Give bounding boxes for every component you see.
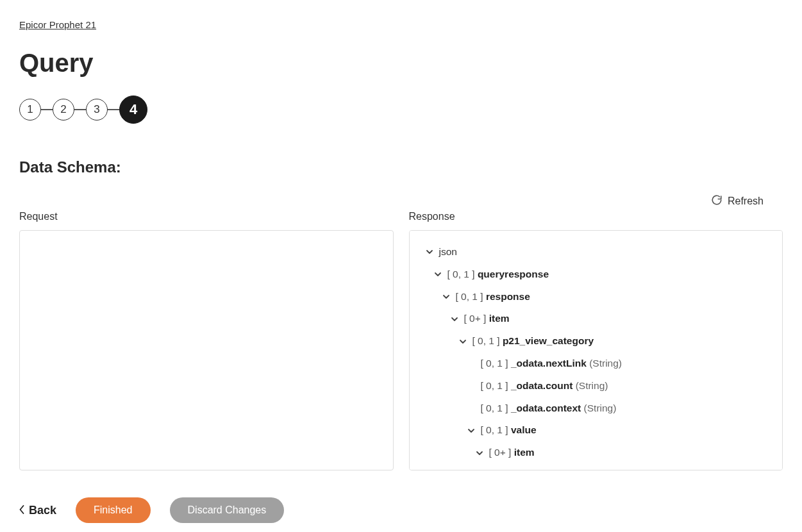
tree-node: [ 0, 1 ] queryresponse [416,263,776,286]
back-label: Back [29,504,56,517]
step-2[interactable]: 2 [53,99,74,121]
tree-node: [ 0, 1 ] category_uid (Integer) [416,464,776,470]
step-connector [41,109,53,110]
tree-node-label: [ 0, 1 ] response [456,289,530,305]
chevron-down-icon[interactable] [433,270,442,278]
chevron-down-icon[interactable] [467,427,476,435]
back-button[interactable]: Back [19,504,56,517]
tree-node-label: [ 0, 1 ] p21_view_category [472,333,594,349]
tree-node-label: [ 0+ ] item [464,311,510,327]
tree-node: [ 0, 1 ] _odata.context (String) [416,397,776,420]
tree-node: [ 0, 1 ] response [416,286,776,308]
tree-node-label: [ 0, 1 ] category_uid (Integer) [497,467,630,470]
tree-node: [ 0, 1 ] _odata.count (String) [416,375,776,397]
finished-button[interactable]: Finished [76,497,150,523]
chevron-down-icon[interactable] [442,293,451,301]
tree-node: json [416,241,776,263]
tree-node: [ 0, 1 ] _odata.nextLink (String) [416,353,776,375]
tree-node: [ 0, 1 ] value [416,419,776,442]
chevron-down-icon[interactable] [458,338,467,345]
refresh-label: Refresh [728,195,764,207]
step-4[interactable]: 4 [119,96,147,124]
step-1[interactable]: 1 [19,99,41,121]
chevron-left-icon [19,504,25,517]
step-connector [74,109,86,110]
stepper: 1234 [19,96,783,124]
response-panel: json[ 0, 1 ] queryresponse[ 0, 1 ] respo… [409,230,783,470]
tree-node-label: [ 0, 1 ] _odata.count (String) [481,378,608,394]
tree-node: [ 0+ ] item [416,442,776,464]
breadcrumb-link[interactable]: Epicor Prophet 21 [19,19,96,30]
discard-changes-button[interactable]: Discard Changes [170,497,285,523]
tree-node-label: [ 0, 1 ] _odata.context (String) [481,401,617,417]
chevron-down-icon[interactable] [475,449,484,457]
tree-node-label: [ 0, 1 ] queryresponse [447,267,549,283]
page-title: Query [19,49,783,78]
request-panel [19,230,394,470]
refresh-icon [711,194,723,208]
section-title: Data Schema: [19,158,783,176]
chevron-down-icon[interactable] [425,248,434,256]
chevron-down-icon[interactable] [450,315,459,323]
tree-node-label: [ 0, 1 ] value [481,422,537,438]
tree-node-label: [ 0+ ] item [489,445,535,461]
response-label: Response [409,211,783,222]
refresh-button[interactable]: Refresh [711,194,783,208]
step-3[interactable]: 3 [86,99,108,121]
tree-node: [ 0, 1 ] p21_view_category [416,330,776,353]
request-label: Request [19,211,394,222]
tree-node-label: [ 0, 1 ] _odata.nextLink (String) [481,356,622,372]
tree-node-label: json [439,244,457,260]
tree-node: [ 0+ ] item [416,308,776,330]
step-connector [108,109,119,110]
